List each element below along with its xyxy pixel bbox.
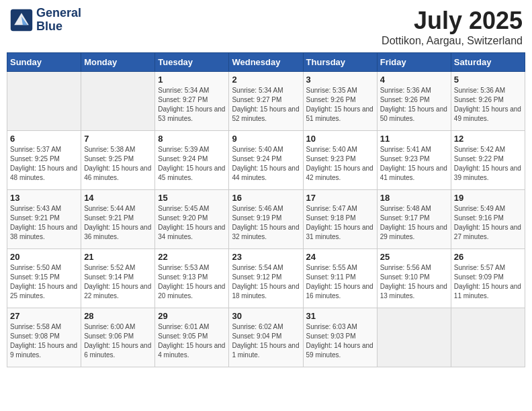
day-number: 9	[232, 134, 300, 144]
calendar-cell: 22Sunrise: 5:53 AMSunset: 9:13 PMDayligh…	[155, 249, 229, 308]
day-number: 21	[84, 252, 152, 262]
calendar-cell: 23Sunrise: 5:54 AMSunset: 9:12 PMDayligh…	[229, 249, 303, 308]
day-number: 18	[380, 193, 448, 203]
day-info: Sunrise: 5:34 AMSunset: 9:27 PMDaylight:…	[232, 86, 300, 124]
day-number: 4	[380, 75, 448, 85]
day-number: 1	[158, 75, 226, 85]
day-number: 20	[10, 252, 78, 262]
weekday-header-wednesday: Wednesday	[229, 53, 303, 72]
calendar-cell: 28Sunrise: 6:00 AMSunset: 9:06 PMDayligh…	[81, 308, 155, 367]
calendar-cell: 8Sunrise: 5:39 AMSunset: 9:24 PMDaylight…	[155, 131, 229, 190]
logo-icon	[9, 8, 34, 32]
calendar-cell	[7, 72, 81, 131]
day-number: 31	[306, 311, 374, 321]
logo-text: General Blue	[36, 7, 81, 34]
day-number: 22	[158, 252, 226, 262]
day-info: Sunrise: 5:36 AMSunset: 9:26 PMDaylight:…	[380, 86, 448, 124]
weekday-header-thursday: Thursday	[303, 53, 377, 72]
day-number: 7	[84, 134, 152, 144]
calendar-cell: 11Sunrise: 5:41 AMSunset: 9:23 PMDayligh…	[377, 131, 451, 190]
day-info: Sunrise: 5:35 AMSunset: 9:26 PMDaylight:…	[306, 86, 374, 124]
day-number: 2	[232, 75, 300, 85]
day-info: Sunrise: 5:54 AMSunset: 9:12 PMDaylight:…	[232, 263, 300, 301]
day-number: 5	[454, 75, 522, 85]
weekday-header-monday: Monday	[81, 53, 155, 72]
location-title: Dottikon, Aargau, Switzerland	[382, 35, 523, 47]
day-number: 28	[84, 311, 152, 321]
day-number: 23	[232, 252, 300, 262]
weekday-header-sunday: Sunday	[7, 53, 81, 72]
calendar-cell	[81, 72, 155, 131]
day-info: Sunrise: 5:43 AMSunset: 9:21 PMDaylight:…	[10, 204, 78, 242]
day-info: Sunrise: 6:02 AMSunset: 9:04 PMDaylight:…	[232, 322, 300, 360]
calendar-cell: 3Sunrise: 5:35 AMSunset: 9:26 PMDaylight…	[303, 72, 377, 131]
day-number: 10	[306, 134, 374, 144]
day-info: Sunrise: 5:36 AMSunset: 9:26 PMDaylight:…	[454, 86, 522, 124]
calendar-cell: 25Sunrise: 5:56 AMSunset: 9:10 PMDayligh…	[377, 249, 451, 308]
calendar-cell: 12Sunrise: 5:42 AMSunset: 9:22 PMDayligh…	[451, 131, 525, 190]
day-info: Sunrise: 5:42 AMSunset: 9:22 PMDaylight:…	[454, 145, 522, 183]
calendar-cell: 5Sunrise: 5:36 AMSunset: 9:26 PMDaylight…	[451, 72, 525, 131]
day-number: 26	[454, 252, 522, 262]
day-info: Sunrise: 5:49 AMSunset: 9:16 PMDaylight:…	[454, 204, 522, 242]
week-row-5: 27Sunrise: 5:58 AMSunset: 9:08 PMDayligh…	[7, 308, 525, 367]
day-number: 14	[84, 193, 152, 203]
calendar-cell: 31Sunrise: 6:03 AMSunset: 9:03 PMDayligh…	[303, 308, 377, 367]
calendar-cell: 30Sunrise: 6:02 AMSunset: 9:04 PMDayligh…	[229, 308, 303, 367]
calendar-cell: 4Sunrise: 5:36 AMSunset: 9:26 PMDaylight…	[377, 72, 451, 131]
calendar-cell: 20Sunrise: 5:50 AMSunset: 9:15 PMDayligh…	[7, 249, 81, 308]
day-info: Sunrise: 5:46 AMSunset: 9:19 PMDaylight:…	[232, 204, 300, 242]
day-number: 25	[380, 252, 448, 262]
page-header: General Blue July 2025 Dottikon, Aargau,…	[7, 7, 525, 47]
calendar-cell: 6Sunrise: 5:37 AMSunset: 9:25 PMDaylight…	[7, 131, 81, 190]
calendar-cell: 9Sunrise: 5:40 AMSunset: 9:24 PMDaylight…	[229, 131, 303, 190]
day-number: 29	[158, 311, 226, 321]
day-number: 17	[306, 193, 374, 203]
calendar-cell: 21Sunrise: 5:52 AMSunset: 9:14 PMDayligh…	[81, 249, 155, 308]
day-number: 3	[306, 75, 374, 85]
title-section: July 2025 Dottikon, Aargau, Switzerland	[382, 7, 523, 47]
calendar-cell: 13Sunrise: 5:43 AMSunset: 9:21 PMDayligh…	[7, 190, 81, 249]
day-info: Sunrise: 5:41 AMSunset: 9:23 PMDaylight:…	[380, 145, 448, 183]
day-info: Sunrise: 5:40 AMSunset: 9:24 PMDaylight:…	[232, 145, 300, 183]
day-info: Sunrise: 5:58 AMSunset: 9:08 PMDaylight:…	[10, 322, 78, 360]
day-info: Sunrise: 5:40 AMSunset: 9:23 PMDaylight:…	[306, 145, 374, 183]
calendar-cell: 16Sunrise: 5:46 AMSunset: 9:19 PMDayligh…	[229, 190, 303, 249]
day-number: 16	[232, 193, 300, 203]
weekday-header-saturday: Saturday	[451, 53, 525, 72]
day-number: 6	[10, 134, 78, 144]
day-info: Sunrise: 5:37 AMSunset: 9:25 PMDaylight:…	[10, 145, 78, 183]
day-info: Sunrise: 5:48 AMSunset: 9:17 PMDaylight:…	[380, 204, 448, 242]
calendar-cell: 10Sunrise: 5:40 AMSunset: 9:23 PMDayligh…	[303, 131, 377, 190]
calendar-cell: 27Sunrise: 5:58 AMSunset: 9:08 PMDayligh…	[7, 308, 81, 367]
calendar-cell: 19Sunrise: 5:49 AMSunset: 9:16 PMDayligh…	[451, 190, 525, 249]
day-number: 24	[306, 252, 374, 262]
day-info: Sunrise: 5:47 AMSunset: 9:18 PMDaylight:…	[306, 204, 374, 242]
week-row-3: 13Sunrise: 5:43 AMSunset: 9:21 PMDayligh…	[7, 190, 525, 249]
day-info: Sunrise: 5:39 AMSunset: 9:24 PMDaylight:…	[158, 145, 226, 183]
day-number: 11	[380, 134, 448, 144]
calendar-cell	[451, 308, 525, 367]
day-number: 19	[454, 193, 522, 203]
calendar-cell: 29Sunrise: 6:01 AMSunset: 9:05 PMDayligh…	[155, 308, 229, 367]
day-number: 15	[158, 193, 226, 203]
day-info: Sunrise: 5:50 AMSunset: 9:15 PMDaylight:…	[10, 263, 78, 301]
calendar-cell: 1Sunrise: 5:34 AMSunset: 9:27 PMDaylight…	[155, 72, 229, 131]
calendar-cell: 7Sunrise: 5:38 AMSunset: 9:25 PMDaylight…	[81, 131, 155, 190]
calendar-cell: 2Sunrise: 5:34 AMSunset: 9:27 PMDaylight…	[229, 72, 303, 131]
day-info: Sunrise: 5:52 AMSunset: 9:14 PMDaylight:…	[84, 263, 152, 301]
weekday-header-row: SundayMondayTuesdayWednesdayThursdayFrid…	[7, 53, 525, 72]
day-info: Sunrise: 6:03 AMSunset: 9:03 PMDaylight:…	[306, 322, 374, 360]
calendar-cell	[377, 308, 451, 367]
calendar-cell: 14Sunrise: 5:44 AMSunset: 9:21 PMDayligh…	[81, 190, 155, 249]
calendar-cell: 17Sunrise: 5:47 AMSunset: 9:18 PMDayligh…	[303, 190, 377, 249]
logo: General Blue	[9, 7, 81, 34]
week-row-4: 20Sunrise: 5:50 AMSunset: 9:15 PMDayligh…	[7, 249, 525, 308]
day-info: Sunrise: 5:56 AMSunset: 9:10 PMDaylight:…	[380, 263, 448, 301]
day-info: Sunrise: 5:34 AMSunset: 9:27 PMDaylight:…	[158, 86, 226, 124]
weekday-header-tuesday: Tuesday	[155, 53, 229, 72]
day-number: 8	[158, 134, 226, 144]
day-info: Sunrise: 6:00 AMSunset: 9:06 PMDaylight:…	[84, 322, 152, 360]
week-row-1: 1Sunrise: 5:34 AMSunset: 9:27 PMDaylight…	[7, 72, 525, 131]
weekday-header-friday: Friday	[377, 53, 451, 72]
